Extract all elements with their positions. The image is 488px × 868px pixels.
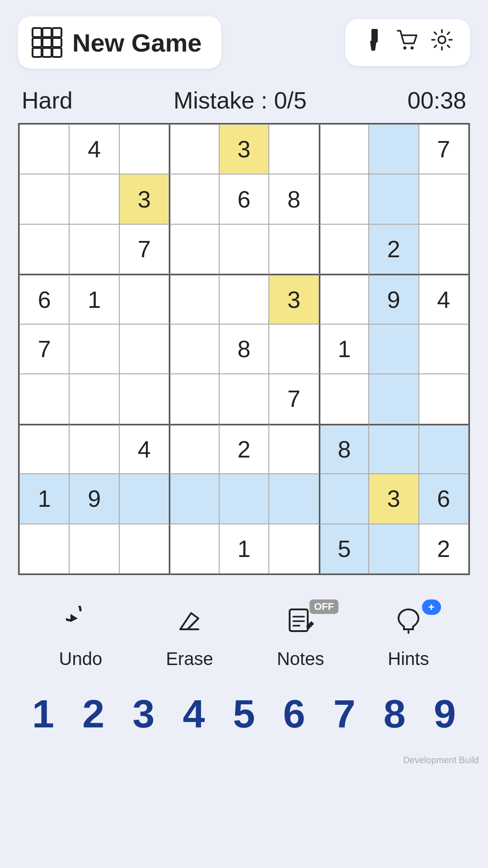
cell-r2-c1[interactable] <box>69 224 119 274</box>
cell-r1-c2[interactable]: 3 <box>119 174 169 224</box>
cell-r6-c0[interactable] <box>19 424 69 474</box>
undo-button[interactable]: Undo <box>59 606 103 669</box>
cell-r8-c2[interactable] <box>119 524 169 574</box>
cell-r7-c2[interactable] <box>119 474 169 524</box>
numpad-8[interactable]: 8 <box>372 691 417 737</box>
cell-r6-c8[interactable] <box>419 424 469 474</box>
cell-r6-c1[interactable] <box>69 424 119 474</box>
cell-r7-c8[interactable]: 6 <box>419 474 469 524</box>
cell-r2-c8[interactable] <box>419 224 469 274</box>
cell-r0-c4[interactable]: 3 <box>219 124 269 174</box>
cell-r7-c3[interactable] <box>169 474 219 524</box>
cell-r2-c2[interactable]: 7 <box>119 224 169 274</box>
cell-r3-c4[interactable] <box>219 274 269 324</box>
cell-r2-c7[interactable]: 2 <box>369 224 418 274</box>
cell-r3-c8[interactable]: 4 <box>419 274 469 324</box>
erase-button[interactable]: Erase <box>166 606 213 669</box>
cell-r1-c3[interactable] <box>169 174 219 224</box>
cell-r3-c1[interactable]: 1 <box>69 274 119 324</box>
header: New Game <box>0 0 488 80</box>
cell-r1-c7[interactable] <box>369 174 418 224</box>
notes-button[interactable]: OFF Notes <box>277 606 324 669</box>
cell-r0-c3[interactable] <box>169 124 219 174</box>
cell-r8-c5[interactable] <box>269 524 319 574</box>
numpad-1[interactable]: 1 <box>21 691 66 737</box>
cell-r1-c0[interactable] <box>19 174 69 224</box>
cell-r4-c5[interactable] <box>269 324 319 374</box>
numpad-7[interactable]: 7 <box>322 691 367 737</box>
cell-r5-c2[interactable] <box>119 374 169 424</box>
cell-r5-c8[interactable] <box>419 374 469 424</box>
cell-r0-c1[interactable]: 4 <box>69 124 119 174</box>
cell-r7-c4[interactable] <box>219 474 269 524</box>
cell-r4-c7[interactable] <box>369 324 418 374</box>
cell-r7-c6[interactable] <box>319 474 369 524</box>
cell-r6-c7[interactable] <box>369 424 418 474</box>
paint-icon[interactable] <box>361 28 385 57</box>
cell-r6-c3[interactable] <box>169 424 219 474</box>
cell-r8-c7[interactable] <box>369 524 418 574</box>
cell-r4-c4[interactable]: 8 <box>219 324 269 374</box>
svg-rect-6 <box>33 48 42 57</box>
cell-r7-c0[interactable]: 1 <box>19 474 69 524</box>
cell-r7-c7[interactable]: 3 <box>369 474 418 524</box>
cell-r6-c2[interactable]: 4 <box>119 424 169 474</box>
cell-r3-c3[interactable] <box>169 274 219 324</box>
numpad-6[interactable]: 6 <box>272 691 317 737</box>
cell-r4-c3[interactable] <box>169 324 219 374</box>
cell-r4-c2[interactable] <box>119 324 169 374</box>
hints-button[interactable]: + Hints <box>388 606 429 669</box>
cell-r4-c8[interactable] <box>419 324 469 374</box>
cell-r2-c3[interactable] <box>169 224 219 274</box>
cell-r6-c6[interactable]: 8 <box>319 424 369 474</box>
cell-r5-c3[interactable] <box>169 374 219 424</box>
settings-icon[interactable] <box>430 28 454 57</box>
numpad-3[interactable]: 3 <box>121 691 166 737</box>
numpad-2[interactable]: 2 <box>71 691 116 737</box>
cell-r6-c4[interactable]: 2 <box>219 424 269 474</box>
cell-r1-c4[interactable]: 6 <box>219 174 269 224</box>
cell-r4-c6[interactable]: 1 <box>319 324 369 374</box>
cart-icon[interactable] <box>396 28 419 57</box>
cell-r8-c0[interactable] <box>19 524 69 574</box>
cell-r3-c7[interactable]: 9 <box>369 274 418 324</box>
cell-r0-c2[interactable] <box>119 124 169 174</box>
numpad-4[interactable]: 4 <box>171 691 216 737</box>
cell-r5-c1[interactable] <box>69 374 119 424</box>
cell-r1-c8[interactable] <box>419 174 469 224</box>
cell-r0-c6[interactable] <box>319 124 369 174</box>
cell-r4-c1[interactable] <box>69 324 119 374</box>
cell-r1-c5[interactable]: 8 <box>269 174 319 224</box>
cell-r0-c7[interactable] <box>369 124 418 174</box>
new-game-button[interactable]: New Game <box>18 16 221 69</box>
cell-r3-c2[interactable] <box>119 274 169 324</box>
cell-r0-c0[interactable] <box>19 124 69 174</box>
cell-r5-c4[interactable] <box>219 374 269 424</box>
cell-r8-c6[interactable]: 5 <box>319 524 369 574</box>
cell-r5-c0[interactable] <box>19 374 69 424</box>
cell-r8-c4[interactable]: 1 <box>219 524 269 574</box>
cell-r0-c8[interactable]: 7 <box>419 124 469 174</box>
cell-r3-c5[interactable]: 3 <box>269 274 319 324</box>
cell-r7-c5[interactable] <box>269 474 319 524</box>
cell-r2-c5[interactable] <box>269 224 319 274</box>
numpad-5[interactable]: 5 <box>221 691 267 737</box>
cell-r2-c4[interactable] <box>219 224 269 274</box>
cell-r2-c0[interactable] <box>19 224 69 274</box>
cell-r8-c1[interactable] <box>69 524 119 574</box>
cell-r6-c5[interactable] <box>269 424 319 474</box>
cell-r5-c6[interactable] <box>319 374 369 424</box>
cell-r3-c6[interactable] <box>319 274 369 324</box>
cell-r7-c1[interactable]: 9 <box>69 474 119 524</box>
cell-r8-c8[interactable]: 2 <box>419 524 469 574</box>
cell-r5-c7[interactable] <box>369 374 418 424</box>
cell-r2-c6[interactable] <box>319 224 369 274</box>
cell-r4-c0[interactable]: 7 <box>19 324 69 374</box>
cell-r5-c5[interactable]: 7 <box>269 374 319 424</box>
cell-r8-c3[interactable] <box>169 524 219 574</box>
cell-r1-c6[interactable] <box>319 174 369 224</box>
cell-r0-c5[interactable] <box>269 124 319 174</box>
cell-r3-c0[interactable]: 6 <box>19 274 69 324</box>
cell-r1-c1[interactable] <box>69 174 119 224</box>
numpad-9[interactable]: 9 <box>422 691 467 737</box>
